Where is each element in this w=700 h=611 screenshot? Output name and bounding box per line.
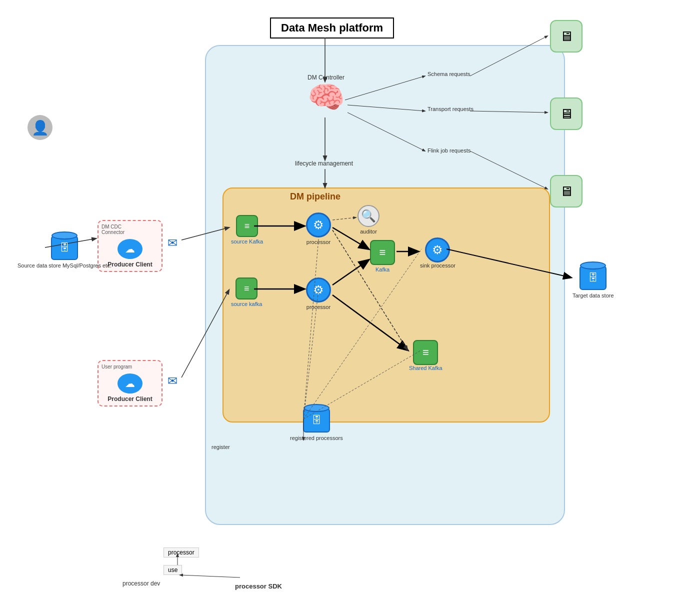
producer-client-1-label: Producer Client xyxy=(108,261,152,268)
producer-client-2-box: User program ☁ Producer Client xyxy=(98,360,162,406)
producer-client-2-label: Producer Client xyxy=(108,396,152,402)
diagram-container: Data Mesh platform DM pipeline DM Contro… xyxy=(0,0,700,611)
processor-1-icon: ⚙ processor xyxy=(306,212,331,245)
person-avatar: 👤 xyxy=(28,115,52,140)
pipeline-box xyxy=(222,188,550,422)
processor-dev-label: processor dev xyxy=(122,580,160,587)
source-kafka-1-cylinder: ≡ xyxy=(236,215,258,237)
envelope-2-icon: ✉ xyxy=(168,374,178,388)
producer-client-2-cloud: ☁ xyxy=(118,374,142,394)
producer-client-2-title: User program xyxy=(102,364,132,370)
processor-2-icon: ⚙ processor xyxy=(306,278,331,310)
registered-processors-label: registered processors xyxy=(290,435,343,441)
schema-requests-label: Schema requests xyxy=(428,71,470,77)
brain-icon: 🧠 xyxy=(308,82,345,112)
kafka-mid-label: Kafka xyxy=(376,266,390,272)
auditor-icon: 🔍 auditor xyxy=(358,205,380,234)
registered-processors-icon: 🗄 registered processors xyxy=(290,408,343,441)
shared-kafka-label: Shared Kafka xyxy=(409,365,442,371)
shared-kafka-cylinder: ≡ xyxy=(413,340,438,365)
flink-requests-label: Flink job requests xyxy=(428,148,470,154)
transport-requests-label: Transport requests xyxy=(428,106,474,112)
source-kafka-1-icon: ≡ source Kafka xyxy=(231,215,263,244)
processor-2-gear: ⚙ xyxy=(306,278,331,302)
processor-1-gear: ⚙ xyxy=(306,212,331,238)
server-icon-1: 🖥 xyxy=(550,20,582,52)
source-kafka-2-icon: ≡ source kafka xyxy=(231,278,262,307)
server-icon-3: 🖥 xyxy=(550,175,582,208)
source-datastore-label: Source data store MySql/Postgres etc. xyxy=(18,262,112,268)
sink-processor-icon: ⚙ sink processor xyxy=(420,238,456,268)
auditor-magnify: 🔍 xyxy=(358,205,380,227)
target-datastore-icon: 🗄 Target data store xyxy=(572,265,614,298)
producer-client-1-title: DM CDCConnector xyxy=(102,224,124,235)
kafka-mid-cylinder: ≡ xyxy=(370,240,395,265)
source-datastore-icon: 🗄 Source data store MySql/Postgres etc. xyxy=(18,235,112,268)
source-kafka-2-label: source kafka xyxy=(231,301,262,307)
envelope-1-icon: ✉ xyxy=(168,236,178,250)
sink-processor-gear: ⚙ xyxy=(425,238,450,262)
processor-1-label: processor xyxy=(306,239,330,245)
lifecycle-label: lifecycle management xyxy=(295,160,353,167)
shared-kafka-icon: ≡ Shared Kafka xyxy=(409,340,442,371)
processor-bottom-label: processor xyxy=(164,548,199,558)
target-datastore-label: Target data store xyxy=(572,292,614,298)
producer-client-1-cloud: ☁ xyxy=(118,239,142,259)
processor-2-label: processor xyxy=(306,304,330,310)
processor-sdk-label: processor SDK xyxy=(235,582,282,590)
kafka-mid-icon: ≡ Kafka xyxy=(370,240,395,272)
person-icon: 👤 xyxy=(28,115,52,140)
use-label: use xyxy=(164,565,182,575)
register-label: register xyxy=(212,444,230,450)
main-title: Data Mesh platform xyxy=(270,18,394,38)
auditor-label: auditor xyxy=(360,228,377,234)
sink-processor-label: sink processor xyxy=(420,262,456,268)
dm-controller-label: DM Controller xyxy=(308,74,344,81)
source-kafka-1-label: source Kafka xyxy=(231,238,263,244)
server-icon-2: 🖥 xyxy=(550,98,582,130)
pipeline-label: DM pipeline xyxy=(290,192,340,202)
svg-line-25 xyxy=(180,575,240,578)
source-kafka-2-cylinder: ≡ xyxy=(236,278,258,300)
